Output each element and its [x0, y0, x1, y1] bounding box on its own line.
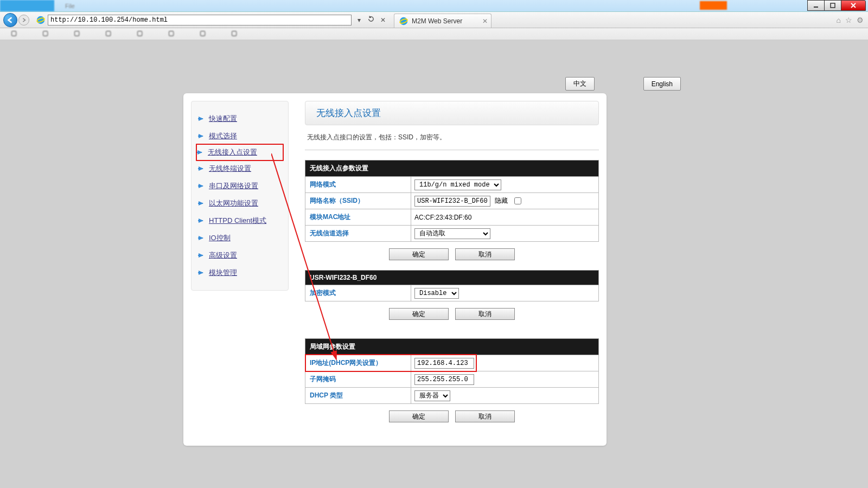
- sidebar-item-7[interactable]: IO控制: [197, 229, 283, 247]
- lang-cn-button[interactable]: 中文: [565, 77, 595, 91]
- sidebar-item-6[interactable]: HTTPD Client模式: [197, 212, 283, 229]
- ok-button[interactable]: 确定: [389, 410, 449, 422]
- section-lan-header: 局域网参数设置: [305, 338, 599, 355]
- ok-button[interactable]: 确定: [389, 248, 449, 260]
- window-close-button[interactable]: [841, 0, 866, 11]
- svg-rect-14: [198, 220, 203, 221]
- titlebar-left-tab: [0, 0, 54, 11]
- select-channel[interactable]: 自动选取: [414, 228, 490, 239]
- window-minimize-button[interactable]: [807, 0, 825, 11]
- sidebar-item-label[interactable]: 高级设置: [209, 251, 237, 260]
- label-dhcp: DHCP 类型: [305, 388, 411, 403]
- ie-icon: [399, 16, 409, 26]
- blurred-menu-item: File: [65, 3, 75, 9]
- blurred-icon: ▢: [137, 29, 146, 39]
- sidebar-item-5[interactable]: 以太网功能设置: [197, 195, 283, 212]
- arrow-right-icon: [198, 269, 206, 277]
- svg-rect-15: [198, 237, 203, 239]
- refresh-icon[interactable]: [366, 15, 376, 24]
- nav-forward-button[interactable]: [18, 15, 29, 25]
- sidebar-item-3[interactable]: 无线终端设置: [197, 160, 283, 177]
- sidebar-item-4[interactable]: 串口及网络设置: [197, 177, 283, 195]
- blurred-icon: ▢: [42, 29, 52, 39]
- svg-rect-8: [198, 118, 203, 119]
- arrow-right-icon: [198, 132, 206, 140]
- blurred-icon: ▢: [105, 29, 115, 39]
- input-mask[interactable]: [414, 374, 474, 385]
- home-icon[interactable]: ⌂: [837, 16, 841, 24]
- tab-close-icon[interactable]: ✕: [482, 17, 488, 25]
- window-maximize-button[interactable]: [824, 0, 841, 11]
- settings-icon[interactable]: ⚙: [857, 16, 864, 24]
- arrow-right-icon: [197, 149, 205, 156]
- ie-icon: [36, 15, 46, 25]
- arrow-right-icon: [198, 217, 206, 224]
- input-ip[interactable]: [414, 358, 474, 369]
- svg-rect-12: [198, 185, 203, 187]
- select-dhcp[interactable]: 服务器: [414, 390, 450, 401]
- select-enc[interactable]: Disable: [414, 288, 459, 299]
- section-lan: 局域网参数设置 IP地址(DHCP网关设置） 子网掩码 DHCP 类型 服务器 …: [305, 338, 599, 425]
- main-column: 无线接入点设置 无线接入点接口的设置，包括：SSID，加密等。 无线接入点参数设…: [305, 101, 599, 438]
- cancel-button[interactable]: 取消: [455, 308, 515, 320]
- input-ssid[interactable]: [414, 196, 490, 207]
- address-bar[interactable]: [48, 15, 352, 25]
- svg-rect-9: [198, 136, 203, 137]
- arrow-right-icon: [198, 252, 206, 259]
- select-net-mode[interactable]: 11b/g/n mixed mode: [414, 179, 501, 190]
- sidebar-item-label[interactable]: 无线终端设置: [209, 164, 251, 174]
- section-ap: 无线接入点参数设置 网络模式 11b/g/n mixed mode 网络名称（S…: [305, 160, 599, 262]
- sidebar-item-9[interactable]: 模块管理: [197, 264, 283, 281]
- sidebar-item-0[interactable]: 快速配置: [197, 110, 283, 127]
- sidebar-item-label[interactable]: IO控制: [209, 233, 231, 243]
- blurred-orange-button: [700, 1, 727, 10]
- label-net-mode: 网络模式: [305, 177, 411, 192]
- arrow-right-icon: [198, 234, 206, 242]
- svg-rect-11: [198, 168, 203, 169]
- sidebar-item-8[interactable]: 高级设置: [197, 247, 283, 264]
- section-security: USR-WIFI232-B_DF60 加密模式 Disable 确定 取消: [305, 270, 599, 322]
- cancel-button[interactable]: 取消: [455, 410, 515, 422]
- nav-back-button[interactable]: [3, 13, 17, 27]
- os-titlebar: File: [0, 0, 868, 12]
- sidebar-item-label[interactable]: 以太网功能设置: [209, 198, 258, 208]
- arrow-right-icon: [198, 115, 206, 123]
- svg-rect-10: [197, 152, 202, 153]
- sidebar-item-label[interactable]: 模式选择: [209, 131, 237, 141]
- lang-en-button[interactable]: English: [643, 77, 681, 91]
- label-mac: 模块MAC地址: [305, 209, 411, 225]
- section-security-header: USR-WIFI232-B_DF60: [305, 270, 599, 285]
- arrow-right-icon: [198, 165, 206, 172]
- sidebar-item-label[interactable]: HTTPD Client模式: [209, 216, 266, 226]
- blurred-icon: ▢: [11, 29, 21, 39]
- svg-rect-13: [198, 203, 203, 204]
- svg-rect-1: [831, 3, 835, 8]
- browser-tab[interactable]: M2M Web Server ✕: [394, 14, 492, 28]
- blurred-icon: ▢: [168, 29, 178, 39]
- arrow-right-icon: [198, 200, 206, 207]
- ok-button[interactable]: 确定: [389, 308, 449, 320]
- stop-icon[interactable]: ✕: [378, 16, 388, 24]
- sidebar-item-label[interactable]: 串口及网络设置: [209, 181, 258, 191]
- sidebar-item-1[interactable]: 模式选择: [197, 127, 283, 145]
- value-mac: AC:CF:23:43:DF:60: [411, 209, 598, 225]
- label-ssid: 网络名称（SSID）: [305, 193, 411, 209]
- checkbox-hide-ssid[interactable]: [514, 197, 521, 204]
- label-ip: IP地址(DHCP网关设置）: [305, 355, 411, 371]
- sidebar-item-label[interactable]: 模块管理: [209, 268, 237, 278]
- section-ap-header: 无线接入点参数设置: [305, 160, 599, 177]
- cancel-button[interactable]: 取消: [455, 248, 515, 260]
- favorite-icon[interactable]: ☆: [845, 16, 852, 24]
- svg-rect-16: [198, 255, 203, 256]
- sidebar: 快速配置模式选择无线接入点设置无线终端设置串口及网络设置以太网功能设置HTTPD…: [191, 101, 289, 291]
- label-enc: 加密模式: [305, 285, 411, 301]
- label-channel: 无线信道选择: [305, 226, 411, 241]
- sidebar-item-label[interactable]: 快速配置: [209, 114, 237, 124]
- sidebar-item-2[interactable]: 无线接入点设置: [196, 144, 284, 161]
- dropdown-icon[interactable]: ▾: [354, 16, 365, 24]
- label-hide-ssid: 隐藏: [495, 196, 508, 206]
- bookmark-bar: ▢ ▢ ▢ ▢ ▢ ▢ ▢ ▢: [0, 28, 868, 40]
- sidebar-item-label[interactable]: 无线接入点设置: [208, 147, 257, 157]
- address-bar-controls: ▾ ✕: [354, 15, 388, 24]
- blurred-icon: ▢: [200, 29, 209, 39]
